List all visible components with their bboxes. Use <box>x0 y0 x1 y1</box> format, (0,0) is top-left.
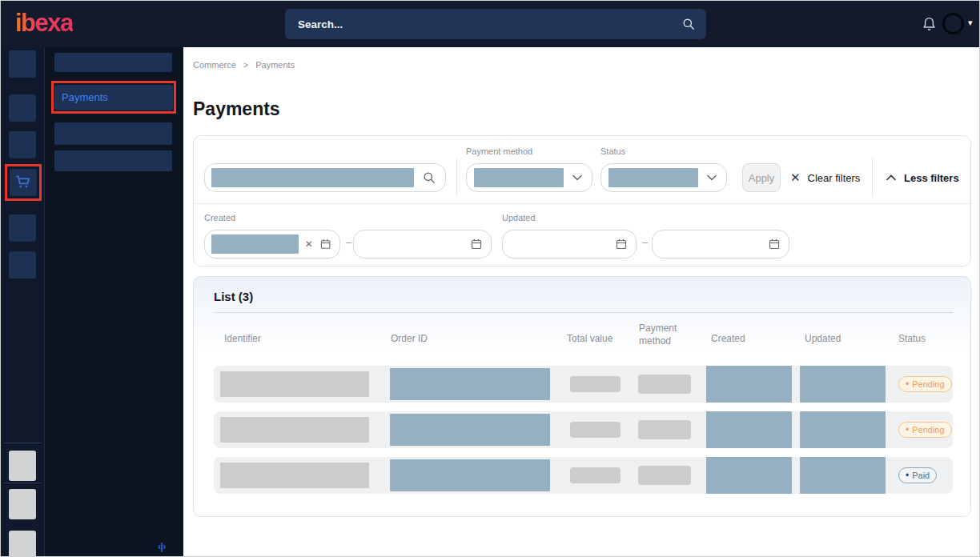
less-filters-toggle[interactable]: Less filters <box>886 163 959 192</box>
filters-card: Payment method Status Apply ✕ Clear filt… <box>193 135 971 266</box>
column-identifier: Identifier <box>224 333 261 344</box>
rail-item-1[interactable] <box>9 50 36 78</box>
subnav-panel: Payments ‹|› <box>45 47 183 557</box>
subnav-item-1[interactable] <box>54 53 172 72</box>
redacted-updated <box>800 457 886 494</box>
redacted-payment-method-value <box>474 168 564 187</box>
rail-item-3[interactable] <box>9 131 36 158</box>
less-filters-label: Less filters <box>904 172 959 184</box>
sidebar-collapse-icon[interactable]: ‹|› <box>158 540 165 552</box>
column-updated: Updated <box>805 333 841 344</box>
status-badge: • Paid <box>898 467 937 483</box>
main-content: Commerce > Payments Payments Payment met… <box>183 47 980 557</box>
redacted-total-value <box>570 422 621 438</box>
subnav-item-3[interactable] <box>54 122 172 145</box>
updated-label: Updated <box>502 213 536 222</box>
chevron-down-icon <box>572 174 582 181</box>
calendar-icon[interactable] <box>615 238 628 250</box>
redacted-payment-method <box>638 375 691 394</box>
filters-row-divider <box>194 203 970 204</box>
redacted-updated <box>800 411 886 448</box>
redacted-status-value <box>608 168 698 187</box>
subnav-item-payments[interactable]: Payments <box>54 85 173 110</box>
clear-filters-label: Clear filters <box>808 172 861 184</box>
redacted-total-value <box>570 376 621 392</box>
global-search-placeholder: Search... <box>298 18 682 30</box>
notifications-bell-icon[interactable] <box>922 16 937 32</box>
redacted-created-from-value <box>211 234 299 254</box>
status-dot-icon: • <box>906 425 909 435</box>
rail-item-2[interactable] <box>9 94 36 122</box>
redacted-updated <box>800 366 886 403</box>
redacted-created <box>706 366 792 403</box>
column-total-value: Total value <box>567 333 612 344</box>
table-row[interactable]: • Paid <box>214 457 953 494</box>
user-avatar[interactable] <box>942 13 964 34</box>
rail-item-bottom-1[interactable] <box>9 451 36 481</box>
status-badge-label: Pending <box>912 425 944 435</box>
rail-divider <box>4 483 42 483</box>
status-dot-icon: • <box>906 379 909 389</box>
redacted-payment-method <box>638 466 691 485</box>
subnav-item-4[interactable] <box>54 150 172 171</box>
list-card: List (3) Identifier Order ID Total value… <box>193 276 971 517</box>
created-from-input[interactable]: ✕ <box>204 230 340 258</box>
redacted-created <box>706 457 792 494</box>
breadcrumb: Commerce > Payments <box>193 60 295 70</box>
column-created: Created <box>711 333 745 344</box>
redacted-payment-method <box>638 420 691 439</box>
breadcrumb-commerce[interactable]: Commerce <box>193 60 236 70</box>
rail-item-5[interactable] <box>9 214 36 242</box>
column-status: Status <box>898 333 926 344</box>
redacted-order-id <box>390 368 550 400</box>
rail-item-6[interactable] <box>9 251 36 278</box>
commerce-cart-icon[interactable] <box>10 169 37 196</box>
search-icon <box>423 171 436 184</box>
redacted-created <box>706 411 792 448</box>
redacted-order-id <box>390 414 550 446</box>
breadcrumb-separator: > <box>243 60 248 70</box>
clear-filters-button[interactable]: ✕ Clear filters <box>790 163 860 192</box>
filter-search-input[interactable] <box>204 163 446 192</box>
table-row[interactable]: • Pending <box>214 411 953 448</box>
calendar-icon[interactable] <box>768 238 781 250</box>
range-dash: – <box>642 236 648 248</box>
apply-button[interactable]: Apply <box>742 163 781 192</box>
redacted-search-value <box>211 168 414 187</box>
filter-divider <box>456 158 457 197</box>
annotation-box-cart <box>5 164 42 201</box>
updated-to-input[interactable] <box>652 230 789 258</box>
redacted-total-value <box>570 467 621 483</box>
calendar-icon[interactable] <box>470 238 483 250</box>
updated-from-input[interactable] <box>502 230 637 258</box>
redacted-identifier <box>220 417 369 443</box>
created-label: Created <box>204 213 235 222</box>
ibexa-logo: ibexa <box>15 9 73 38</box>
rail-divider <box>4 443 42 443</box>
chevron-up-icon <box>886 174 896 181</box>
page-title: Payments <box>193 98 280 120</box>
rail-item-bottom-3[interactable] <box>9 531 36 557</box>
column-payment-method: Payment method <box>639 323 685 347</box>
list-title: List (3) <box>214 290 253 303</box>
created-to-input[interactable] <box>353 230 492 258</box>
redacted-identifier <box>220 371 369 397</box>
redacted-identifier <box>220 463 369 488</box>
icon-rail <box>1 47 45 557</box>
table-row[interactable]: • Pending <box>214 366 953 403</box>
close-icon[interactable]: ✕ <box>305 238 313 250</box>
status-select[interactable] <box>600 163 727 192</box>
status-badge-label: Pending <box>912 379 944 389</box>
topbar: ibexa Search... ▾ <box>1 1 980 47</box>
user-menu-caret-icon[interactable]: ▾ <box>968 18 973 28</box>
status-badge-label: Paid <box>912 471 930 480</box>
breadcrumb-payments[interactable]: Payments <box>255 60 295 70</box>
payment-method-select[interactable] <box>466 163 592 192</box>
global-search-input[interactable]: Search... <box>285 9 706 39</box>
rail-item-bottom-2[interactable] <box>9 489 36 519</box>
annotation-box-payments: Payments <box>51 81 176 114</box>
calendar-icon[interactable] <box>319 238 331 250</box>
list-divider <box>214 312 953 313</box>
close-icon: ✕ <box>790 170 801 185</box>
status-badge: • Pending <box>898 422 952 438</box>
